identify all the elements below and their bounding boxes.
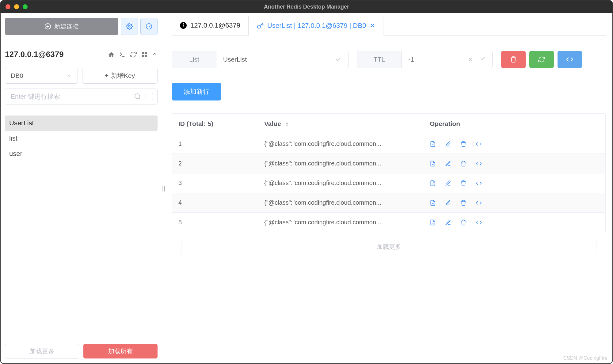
svg-rect-9 — [145, 55, 147, 57]
key-item-list[interactable]: list — [5, 131, 158, 146]
code-icon — [566, 56, 573, 63]
key-type-label: List — [172, 51, 216, 68]
terminal-icon[interactable] — [119, 51, 126, 58]
code-row-icon[interactable] — [476, 161, 482, 167]
confirm-ttl-icon[interactable] — [480, 56, 485, 63]
svg-rect-8 — [142, 55, 144, 57]
confirm-icon[interactable] — [335, 56, 341, 63]
code-view-button[interactable] — [558, 51, 582, 68]
collapse-icon[interactable] — [152, 51, 158, 58]
search-icon[interactable] — [134, 93, 141, 100]
data-table: ID (Total: 5) Value ▲▼ Operation 1 {"@cl… — [172, 113, 606, 232]
id-header: ID (Total: 5) — [172, 120, 264, 127]
svg-rect-7 — [145, 52, 147, 54]
delete-row-icon[interactable] — [460, 180, 466, 186]
table-row[interactable]: 5 {"@class":"com.codingfire.cloud.common… — [172, 212, 605, 232]
delete-row-icon[interactable] — [460, 141, 466, 147]
sidebar-load-all-button[interactable]: 加载所有 — [83, 344, 158, 358]
copy-row-icon[interactable] — [430, 141, 436, 147]
titlebar: Another Redis Desktop Manager — [1, 1, 612, 13]
delete-row-icon[interactable] — [460, 161, 466, 167]
new-key-button[interactable]: + 新增Key — [82, 68, 158, 84]
delete-row-icon[interactable] — [460, 219, 466, 226]
connection-title: 127.0.0.1@6379 — [5, 50, 64, 59]
edit-row-icon[interactable] — [445, 180, 451, 186]
svg-rect-6 — [142, 52, 144, 54]
clear-icon[interactable]: ✕ — [468, 56, 473, 63]
table-row[interactable]: 1 {"@class":"com.codingfire.cloud.common… — [172, 134, 605, 154]
tab-connection-info[interactable]: i 127.0.0.1@6379 — [172, 16, 249, 35]
info-icon: i — [180, 22, 187, 29]
new-connection-button[interactable]: 新建连接 — [5, 18, 118, 35]
row-value: {"@class":"com.codingfire.cloud.common..… — [264, 140, 430, 147]
row-value: {"@class":"com.codingfire.cloud.common..… — [264, 199, 430, 206]
table-row[interactable]: 3 {"@class":"com.codingfire.cloud.common… — [172, 173, 605, 193]
window-close[interactable] — [6, 4, 10, 9]
ttl-label: TTL — [357, 51, 402, 68]
copy-row-icon[interactable] — [430, 180, 436, 186]
code-row-icon[interactable] — [476, 200, 482, 206]
tabs: i 127.0.0.1@6379 UserList | 127.0.0.1@63… — [172, 16, 606, 36]
chevron-down-icon — [67, 73, 72, 78]
tab-close-icon[interactable]: ✕ — [370, 22, 375, 30]
copy-row-icon[interactable] — [430, 200, 436, 206]
row-id: 2 — [172, 160, 264, 167]
plus-circle-icon — [44, 23, 51, 30]
copy-row-icon[interactable] — [430, 161, 436, 167]
exact-match-checkbox[interactable] — [146, 93, 153, 100]
code-row-icon[interactable] — [476, 180, 482, 186]
table-row[interactable]: 2 {"@class":"com.codingfire.cloud.common… — [172, 154, 605, 173]
copy-row-icon[interactable] — [430, 219, 436, 226]
table-load-more-button[interactable]: 加载更多 — [181, 239, 596, 254]
sort-icon: ▲▼ — [285, 121, 289, 127]
edit-row-icon[interactable] — [445, 219, 451, 226]
add-row-button[interactable]: 添加新行 — [172, 83, 221, 100]
code-row-icon[interactable] — [476, 219, 482, 226]
db-select[interactable]: DB0 — [5, 68, 78, 84]
row-id: 4 — [172, 199, 264, 206]
svg-line-11 — [139, 98, 140, 99]
svg-point-10 — [135, 94, 140, 99]
edit-row-icon[interactable] — [445, 161, 451, 167]
row-value: {"@class":"com.codingfire.cloud.common..… — [264, 219, 430, 226]
delete-key-button[interactable] — [501, 51, 526, 68]
key-icon — [257, 22, 264, 29]
gear-icon — [126, 23, 133, 30]
settings-button[interactable] — [121, 18, 138, 35]
key-list: UserList list user — [5, 116, 158, 161]
window-maximize[interactable] — [23, 4, 28, 9]
key-item-user[interactable]: user — [5, 146, 158, 161]
trash-icon — [510, 56, 517, 63]
row-value: {"@class":"com.codingfire.cloud.common..… — [264, 160, 430, 167]
search-input[interactable] — [11, 93, 134, 100]
sidebar: 新建连接 127.0.0.1@6379 — [1, 13, 162, 363]
grid-icon[interactable] — [141, 51, 148, 58]
svg-point-3 — [128, 25, 130, 27]
refresh-icon[interactable] — [130, 51, 137, 58]
tab-key-userlist[interactable]: UserList | 127.0.0.1@6379 | DB0 ✕ — [249, 16, 383, 36]
refresh-icon — [538, 56, 545, 63]
delete-row-icon[interactable] — [460, 200, 466, 206]
table-row[interactable]: 4 {"@class":"com.codingfire.cloud.common… — [172, 193, 605, 212]
code-row-icon[interactable] — [476, 141, 482, 147]
log-button[interactable] — [140, 18, 158, 35]
sidebar-load-more-button[interactable]: 加载更多 — [5, 344, 79, 358]
ttl-input[interactable]: -1 ✕ — [402, 51, 492, 68]
key-item-userlist[interactable]: UserList — [5, 116, 158, 131]
clock-icon — [146, 23, 152, 30]
app-title: Another Redis Desktop Manager — [61, 4, 552, 10]
row-id: 3 — [172, 180, 264, 187]
splitter[interactable]: || — [162, 13, 165, 363]
row-id: 5 — [172, 219, 264, 226]
home-icon[interactable] — [108, 51, 115, 58]
watermark: CSDN @CodingFire — [563, 355, 607, 361]
key-name-input[interactable]: UserList — [216, 51, 348, 68]
edit-row-icon[interactable] — [445, 200, 451, 206]
operation-header: Operation — [430, 120, 605, 127]
refresh-key-button[interactable] — [529, 51, 554, 68]
row-value: {"@class":"com.codingfire.cloud.common..… — [264, 180, 430, 187]
value-header[interactable]: Value ▲▼ — [264, 120, 430, 127]
window-minimize[interactable] — [14, 4, 19, 9]
edit-row-icon[interactable] — [445, 141, 451, 147]
row-id: 1 — [172, 140, 264, 147]
